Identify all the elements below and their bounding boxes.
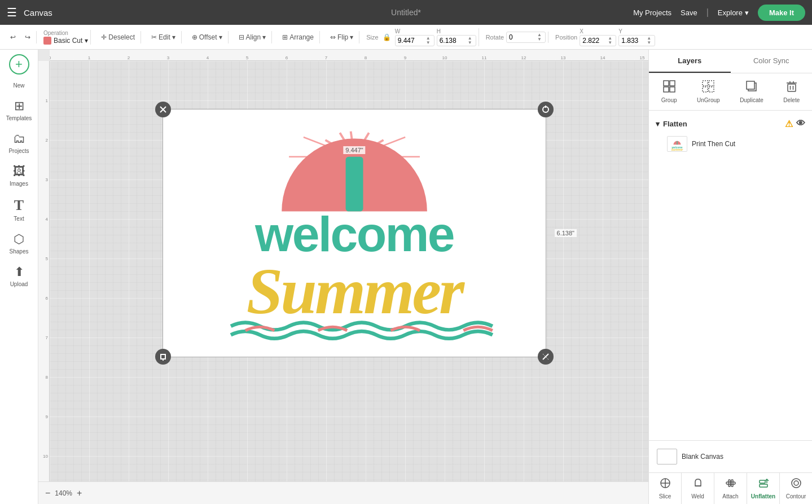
x-spinners: ▲ ▼ <box>608 36 612 45</box>
rotate-group: Rotate ▲ ▼ <box>484 32 548 43</box>
make-it-button[interactable]: Make It <box>758 5 805 21</box>
flip-label: Flip <box>337 33 348 41</box>
warning-icon: ⚠ <box>785 119 793 129</box>
sidebar-item-templates[interactable]: ⊞ Templates <box>2 94 36 126</box>
align-button[interactable]: ⊟ Align ▾ <box>235 31 270 43</box>
handle-top-left[interactable] <box>155 102 171 117</box>
edit-icon: ✂ <box>151 33 157 41</box>
y-input[interactable] <box>621 37 647 45</box>
group-button[interactable]: Group <box>657 78 682 106</box>
svg-rect-25 <box>664 87 669 92</box>
toolbar: ↩ ↪ Operation Basic Cut ▾ ✛ Deselect ✂ E… <box>0 25 812 50</box>
ruler-vtick-3: 3 <box>46 177 48 182</box>
attach-label: Attach <box>722 493 738 499</box>
layer-item-print-then-cut[interactable]: welcome Summer Print Then Cut <box>653 133 807 155</box>
my-projects-link[interactable]: My Projects <box>633 8 671 17</box>
deselect-button[interactable]: ✛ Deselect <box>98 31 138 43</box>
redo-button[interactable]: ↪ <box>21 31 34 43</box>
new-label: New <box>13 82 24 89</box>
svg-rect-49 <box>731 480 733 487</box>
flip-button[interactable]: ⇔ Flip ▾ <box>327 31 357 43</box>
weld-icon <box>692 477 704 492</box>
sidebar-item-projects[interactable]: 🗂 Projects <box>2 127 36 159</box>
rotate-spinners: ▲ ▼ <box>537 33 542 42</box>
x-label: X <box>580 28 616 34</box>
operation-value[interactable]: Basic Cut ▾ <box>43 37 88 45</box>
svg-text:Summer: Summer <box>247 255 465 327</box>
zoom-level: 140% <box>55 489 72 497</box>
history-group: ↩ ↪ <box>5 31 37 43</box>
undo-button[interactable]: ↩ <box>7 31 19 43</box>
x-decrement-button[interactable]: ▼ <box>608 41 612 45</box>
size-label: Size <box>366 34 378 41</box>
rotate-input[interactable] <box>509 33 537 41</box>
eye-icon[interactable]: 👁 <box>796 119 805 129</box>
templates-icon: ⊞ <box>14 99 24 113</box>
svg-rect-28 <box>709 81 714 86</box>
canvas-area[interactable]: 0 1 2 3 4 5 6 7 8 9 10 11 12 13 14 15 1 … <box>38 50 648 504</box>
align-group: ⊟ Align ▾ <box>233 31 273 43</box>
tab-layers[interactable]: Layers <box>649 50 731 73</box>
unflatten-button[interactable]: Unflatten <box>747 473 780 504</box>
main-layout: + New ⊞ Templates 🗂 Projects 🖼 Images T … <box>0 50 812 504</box>
width-label: W <box>395 28 434 34</box>
flatten-chevron-icon[interactable]: ▾ <box>656 120 660 128</box>
ruler-tick-3: 3 <box>167 55 169 60</box>
slice-button[interactable]: Slice <box>649 473 682 504</box>
contour-button[interactable]: Contour <box>780 473 812 504</box>
duplicate-button[interactable]: Duplicate <box>735 78 768 106</box>
blank-canvas-thumbnail <box>657 449 677 464</box>
save-link[interactable]: Save <box>681 8 697 17</box>
align-label: Align <box>246 33 261 41</box>
edit-button[interactable]: ✂ Edit ▾ <box>148 31 179 43</box>
delete-button[interactable]: Delete <box>779 78 804 106</box>
arrange-button[interactable]: ⊞ Arrange <box>279 31 317 43</box>
ruler-tick-6: 6 <box>286 55 288 60</box>
duplicate-icon <box>745 80 758 95</box>
explore-chevron-icon: ▾ <box>745 8 749 17</box>
menu-icon[interactable]: ☰ <box>7 6 17 19</box>
redo-icon: ↪ <box>25 33 30 41</box>
flip-group: ⇔ Flip ▾ <box>324 31 359 43</box>
sidebar-item-new[interactable]: New <box>2 78 36 93</box>
ruler-tick-15: 15 <box>640 55 645 60</box>
sidebar-item-upload[interactable]: ⬆ Upload <box>2 260 36 292</box>
height-decrement-button[interactable]: ▼ <box>468 41 472 45</box>
operation-selector[interactable]: Operation Basic Cut ▾ <box>43 30 88 45</box>
sidebar-item-shapes[interactable]: ⬡ Shapes <box>2 227 36 259</box>
slice-icon <box>660 477 671 492</box>
attach-icon <box>725 477 736 492</box>
x-input[interactable] <box>582 37 608 45</box>
unflatten-label: Unflatten <box>751 493 775 499</box>
height-input[interactable] <box>440 37 468 45</box>
lock-icon[interactable]: 🔒 <box>381 33 393 41</box>
attach-button[interactable]: Attach <box>714 473 747 504</box>
svg-rect-48 <box>728 480 730 487</box>
ruler-vtick-2: 2 <box>46 138 48 143</box>
ruler-vtick-6: 6 <box>46 296 48 301</box>
edit-chevron-icon: ▾ <box>172 33 175 41</box>
rotate-decrement-button[interactable]: ▼ <box>537 37 542 42</box>
ungroup-button[interactable]: UnGroup <box>692 78 725 106</box>
handle-bottom-left[interactable] <box>155 349 171 365</box>
handle-top-right[interactable] <box>538 102 554 117</box>
y-decrement-button[interactable]: ▼ <box>647 41 651 45</box>
sidebar-item-images[interactable]: 🖼 Images <box>2 160 36 191</box>
sidebar-item-text[interactable]: T Text <box>2 192 36 226</box>
width-input[interactable] <box>398 37 426 45</box>
new-button[interactable]: + <box>9 54 29 74</box>
zoom-in-button[interactable]: + <box>77 488 82 498</box>
handle-bottom-right[interactable] <box>538 349 554 365</box>
explore-link[interactable]: Explore ▾ <box>718 8 749 17</box>
tab-color-sync[interactable]: Color Sync <box>731 50 813 73</box>
width-decrement-button[interactable]: ▼ <box>426 41 431 45</box>
weld-button[interactable]: Weld <box>682 473 714 504</box>
blank-canvas-item[interactable]: Blank Canvas <box>653 445 807 468</box>
svg-rect-51 <box>760 480 765 483</box>
weld-label: Weld <box>691 493 704 499</box>
canvas-element[interactable]: 9.447" 6.138" <box>163 109 546 357</box>
offset-button[interactable]: ⊕ Offset ▾ <box>188 31 226 43</box>
delete-icon <box>785 80 798 95</box>
ruler-tick-10: 10 <box>442 55 447 60</box>
zoom-out-button[interactable]: − <box>45 488 50 498</box>
